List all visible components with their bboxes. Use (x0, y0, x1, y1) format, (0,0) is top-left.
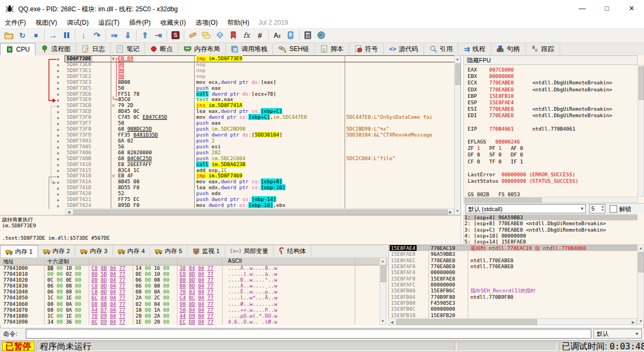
dump-byte[interactable]: 00 (75, 271, 81, 277)
dump-byte[interactable]: 00 (145, 265, 151, 271)
dump-byte[interactable]: 84 (101, 294, 106, 300)
run-to-user-code-button[interactable]: ⇑ (138, 29, 152, 42)
dump-byte[interactable]: 02 (135, 301, 141, 307)
dump-byte[interactable]: 77 (207, 283, 213, 289)
dump-byte[interactable]: 77 (207, 313, 213, 319)
dump-byte[interactable]: 08 (154, 283, 160, 289)
dump-byte[interactable]: 00 (145, 307, 151, 313)
stack-row[interactable]: 15E8FB1015E8FB20 (388, 312, 637, 318)
tab-cpu[interactable]: CPU (0, 43, 35, 56)
column-divider[interactable] (345, 55, 345, 209)
scroll-left-icon[interactable]: ◀ (389, 320, 395, 325)
run-button[interactable]: → (46, 29, 60, 42)
stack-row[interactable]: 15E8FAFC00000000 (388, 282, 637, 288)
dump-byte[interactable]: 04 (198, 307, 204, 313)
dump-byte[interactable]: 08 (154, 277, 160, 283)
dump-byte[interactable]: 6C (91, 294, 97, 300)
dump-byte[interactable]: D7 (101, 307, 106, 313)
close-button[interactable]: ✕ (619, 0, 644, 17)
dump-byte[interactable]: D9 (101, 319, 106, 325)
dump-row[interactable]: 770410801C 00 1E 0070 D9 04 7728 00 2A 0… (0, 313, 379, 319)
dump-byte[interactable]: 00 (56, 301, 62, 307)
patches-button[interactable] (186, 29, 199, 42)
attach-button[interactable]: ⇥ (152, 29, 165, 42)
dump-byte[interactable]: 00 (145, 283, 151, 289)
dump-byte[interactable]: 77 (119, 307, 125, 313)
dump-byte[interactable]: 8D (189, 271, 195, 277)
register-row[interactable]: EIP 770B4061 ntdll.770B4061 (468, 126, 638, 132)
dump-byte[interactable]: 0C (47, 277, 53, 283)
dump-byte[interactable]: 70 (91, 313, 97, 319)
tab-memory-4[interactable]: 内存 4 (113, 245, 151, 257)
dump-byte[interactable]: 2A (154, 313, 160, 319)
dump-byte[interactable]: 04 (110, 289, 116, 294)
tab-struct[interactable]: 结构体 (274, 245, 311, 257)
open-file-button[interactable] (2, 29, 16, 42)
remote-debug-button[interactable] (284, 29, 297, 42)
dump-byte[interactable]: D8 (91, 301, 97, 307)
stack-row[interactable]: 15E8FAF0770EABE0ntdll.770EABE0 (388, 263, 637, 269)
dump-byte[interactable]: 14 (135, 265, 141, 271)
dump-byte[interactable]: 00 (163, 289, 169, 294)
dump-byte[interactable]: 04 (110, 301, 116, 307)
menu-item[interactable]: 文件(F) (0, 17, 31, 28)
scroll-left-icon[interactable]: ◀ (66, 210, 71, 215)
stack-row[interactable]: 15E8FB08F45905E3 (388, 300, 637, 306)
stack-row[interactable]: 15E8FB0C00000000 (388, 306, 637, 312)
dump-byte[interactable]: 44 (180, 313, 185, 319)
dump-byte[interactable]: 8D (189, 301, 195, 307)
scroll-down-icon[interactable]: ▼ (380, 319, 385, 324)
scroll-thumb[interactable] (464, 198, 542, 203)
dump-byte[interactable]: 77 (119, 271, 125, 277)
dump-byte[interactable]: 16 (154, 265, 160, 271)
dump-byte[interactable]: 00 (163, 265, 169, 271)
dump-byte[interactable]: 1E (66, 313, 71, 319)
dump-byte[interactable]: 08 (66, 289, 71, 294)
scroll-down-icon[interactable]: ▼ (638, 319, 643, 324)
menu-item[interactable]: 选项(O) (191, 17, 223, 28)
dump-byte[interactable]: C4 (180, 294, 185, 300)
scroll-thumb[interactable] (639, 67, 644, 100)
register-row[interactable]: LastError 00000000 (ERROR_SUCCESS) (468, 171, 638, 178)
tab-script[interactable]: {}脚本 (315, 43, 349, 55)
stack-row[interactable]: 15E8FB04770B9F80ntdll.770B9F80 (388, 294, 637, 300)
dump-byte[interactable]: 00 (75, 307, 81, 313)
dump-byte[interactable]: 00 (75, 313, 81, 319)
dump-byte[interactable]: 08 (47, 301, 53, 307)
argument-row[interactable]: 1: [esp+4] 96A59BB3 (464, 214, 638, 220)
dump-byte[interactable]: 04 (198, 289, 204, 294)
register-row[interactable]: LastStatus 00000000 (STATUS_SUCCESS) (468, 178, 638, 184)
register-row[interactable]: EBP 15E8FB10 (468, 93, 638, 99)
dump-byte[interactable]: C0 (91, 283, 97, 289)
disasm-address[interactable]: 5D8F7424 (67, 203, 91, 209)
dump-byte[interactable]: 77 (207, 307, 213, 313)
register-row[interactable]: EDX 770EABE0 <ntdll.DbgUiRemoteBreakin> (468, 87, 638, 93)
dump-byte[interactable]: 0E (135, 271, 141, 277)
dump-byte[interactable]: 77 (207, 277, 213, 283)
dump-byte[interactable]: 04 (198, 271, 204, 277)
menu-item[interactable]: 调试(D) (62, 17, 94, 28)
dump-byte[interactable]: 00 (145, 319, 151, 325)
argument-count-stepper[interactable]: 5 ▲▼ (589, 204, 605, 213)
tab-call-stack[interactable]: 调用堆栈 (226, 43, 273, 55)
system-breakpoint-button[interactable]: S (169, 29, 182, 42)
dump-byte[interactable]: 08 (66, 283, 71, 289)
dump-byte[interactable]: 18 (135, 307, 141, 313)
dump-byte[interactable]: 34 (47, 319, 53, 325)
dump-byte[interactable]: 00 (47, 271, 53, 277)
dump-byte[interactable]: 04 (198, 277, 204, 283)
functions-button[interactable]: fx (240, 29, 253, 42)
dump-byte[interactable]: 83 (189, 289, 195, 294)
unlock-checkbox[interactable] (610, 205, 617, 213)
bookmarks-button[interactable] (226, 29, 240, 42)
dump-byte[interactable]: 00 (145, 271, 151, 277)
dump-row[interactable]: 7704100016 00 18 00C0 8B 04 7714 00 16 0… (0, 265, 379, 271)
register-row[interactable]: ESP 15E8FAE4 (468, 99, 638, 106)
dump-byte[interactable]: 00 (145, 289, 151, 294)
dump-byte[interactable]: 0A (154, 289, 160, 294)
dump-byte[interactable]: 00 (56, 294, 62, 300)
dump-byte[interactable]: 77 (119, 265, 125, 271)
dump-byte[interactable]: 1A (154, 307, 160, 313)
globe-button[interactable] (314, 29, 328, 42)
registers-hscrollbar[interactable] (463, 197, 638, 203)
